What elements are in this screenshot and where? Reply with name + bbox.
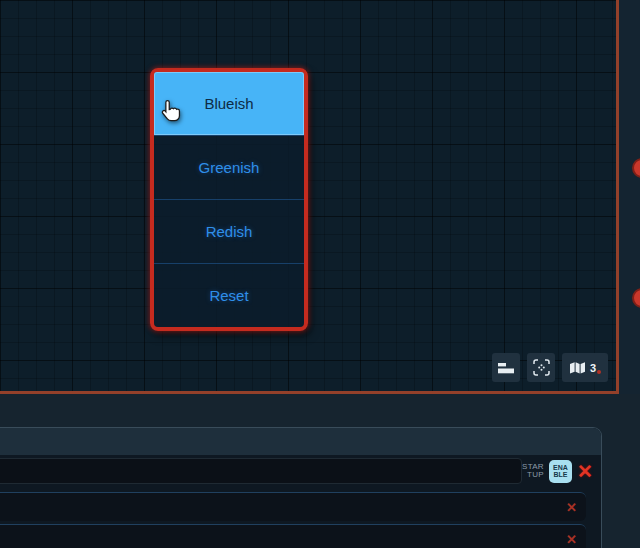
items-panel-header [0,428,601,455]
menu-item-blueish[interactable]: Blueish [154,72,304,135]
startup-row-controls: STAR TUP ENA BLE ✕ [522,456,593,486]
map-icon [569,361,586,375]
startup-label: STAR TUP [522,463,544,480]
list-row[interactable]: ✕ [0,492,586,521]
fit-view-button[interactable] [527,353,555,382]
focus-icon [533,359,550,376]
color-context-menu: Blueish Greenish Redish Reset [150,68,308,331]
menu-item-reset[interactable]: Reset [154,263,304,327]
minimap-button[interactable]: 3 [562,353,608,382]
remove-row-button[interactable]: ✕ [577,462,593,481]
menu-item-redish[interactable]: Redish [154,199,304,263]
menu-item-greenish[interactable]: Greenish [154,135,304,199]
right-edge-column [619,0,640,394]
remove-row-button[interactable]: ✕ [566,500,577,515]
bars-icon [498,362,514,374]
minimap-count: 3 [590,362,596,374]
startup-row-input[interactable] [0,458,522,484]
notification-dot [597,370,601,374]
flow-canvas[interactable] [0,0,616,391]
remove-row-button[interactable]: ✕ [566,532,577,547]
list-row[interactable]: ✕ [0,524,586,548]
align-layers-button[interactable] [492,353,520,382]
enable-toggle-button[interactable]: ENA BLE [549,460,572,483]
